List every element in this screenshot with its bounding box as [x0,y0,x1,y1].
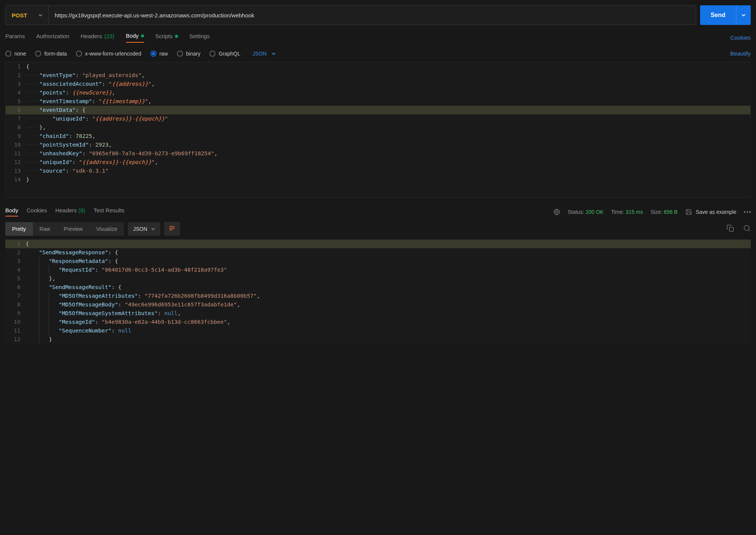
search-icon [743,224,751,232]
tab-body[interactable]: Body [126,32,144,43]
svg-rect-1 [730,227,734,232]
view-raw[interactable]: Raw [33,222,57,236]
http-method-select[interactable]: POST [6,6,49,25]
radio-form-data[interactable]: form-data [35,51,67,57]
response-view-modes: Pretty Raw Preview Visualize JSON [5,222,180,236]
status-value: 200 OK [586,209,603,215]
body-modified-dot-icon [141,34,144,37]
response-tab-test-results[interactable]: Test Results [94,207,125,216]
tab-body-label: Body [126,32,139,39]
more-options-icon[interactable] [744,211,751,213]
radio-icon [209,51,215,57]
response-meta: Status: 200 OK Time: 315 ms Size: 656 B … [553,209,751,215]
request-tabs: Params Authorization Headers (23) Body S… [5,32,210,43]
view-visualize[interactable]: Visualize [89,222,124,236]
wrap-icon [169,226,175,231]
radio-graphql[interactable]: GraphQL [209,51,240,57]
http-method-value: POST [12,12,27,19]
tab-authorization[interactable]: Authorization [36,32,70,43]
send-button-group: Send [700,5,751,25]
radio-none[interactable]: none [5,51,26,57]
globe-icon[interactable] [553,209,560,215]
method-url-container: POST [5,5,696,25]
view-preview[interactable]: Preview [57,222,90,236]
response-tab-headers[interactable]: Headers (8) [55,207,85,216]
size-value: 656 B [664,209,678,215]
response-body-editor[interactable]: 1{ 2 "SendMessageResponse": { 3 "Respons… [5,240,751,344]
response-tab-cookies[interactable]: Cookies [26,207,47,216]
tab-params[interactable]: Params [5,32,25,43]
radio-icon [150,51,156,57]
search-response-button[interactable] [743,224,751,233]
radio-raw[interactable]: raw [150,51,168,57]
chevron-down-icon [742,13,745,17]
response-tabs: Body Cookies Headers (8) Test Results [5,207,124,216]
wrap-lines-button[interactable] [164,222,180,236]
radio-urlencoded[interactable]: x-www-form-urlencoded [76,51,141,57]
radio-binary[interactable]: binary [177,51,200,57]
tab-settings[interactable]: Settings [189,32,210,43]
view-pretty[interactable]: Pretty [5,222,33,236]
radio-icon [5,51,11,57]
tab-scripts-label: Scripts [155,33,173,39]
svg-point-2 [744,226,749,230]
scripts-modified-dot-icon [175,35,178,38]
save-as-example-button[interactable]: Save as example [685,209,736,215]
response-tab-body[interactable]: Body [5,207,18,216]
save-icon [685,209,692,215]
url-input[interactable] [49,6,696,25]
response-format-select[interactable]: JSON [128,222,160,236]
copy-response-button[interactable] [727,224,734,233]
tab-headers-label: Headers [81,33,102,39]
chevron-down-icon [151,227,155,231]
tab-scripts[interactable]: Scripts [155,32,178,43]
request-body-editor[interactable]: 1{ 2····"eventType":·"played_asteroids",… [5,62,751,198]
time-value: 315 ms [626,209,643,215]
chevron-down-icon [272,52,276,56]
copy-icon [727,224,734,232]
radio-icon [76,51,82,57]
send-more-button[interactable] [736,5,751,25]
radio-icon [35,51,41,57]
send-button[interactable]: Send [700,5,736,25]
tab-headers-count: (23) [104,33,115,39]
chevron-down-icon [39,13,42,17]
body-type-radio-group: none form-data x-www-form-urlencoded raw… [5,51,276,57]
tab-headers[interactable]: Headers (23) [81,32,114,43]
beautify-link[interactable]: Beautify [730,50,751,57]
cookies-link[interactable]: Cookies [730,34,751,41]
body-format-select[interactable]: JSON [253,51,276,57]
radio-icon [177,51,183,57]
